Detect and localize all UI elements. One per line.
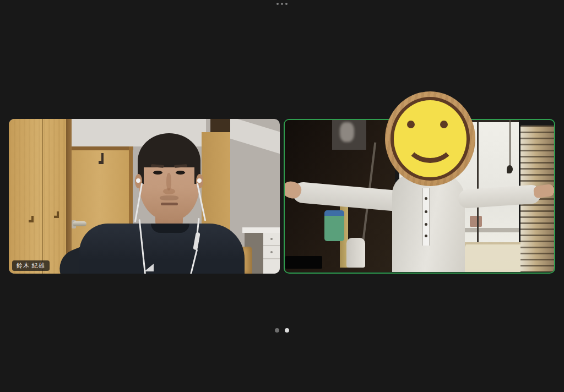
gallery-page-indicator bbox=[0, 328, 564, 333]
eye bbox=[153, 171, 162, 175]
green-tube bbox=[324, 210, 344, 241]
man-head bbox=[138, 133, 200, 220]
man-hair bbox=[138, 133, 200, 167]
shirt-button bbox=[425, 235, 427, 237]
handle-dot-icon bbox=[285, 3, 288, 5]
smiley-mouth-icon bbox=[405, 120, 455, 163]
page-dot-1[interactable] bbox=[275, 328, 279, 333]
handle-dot-icon bbox=[276, 3, 279, 5]
shirt-button bbox=[425, 223, 427, 226]
participant-name: 鈴木 紀雄 bbox=[17, 262, 45, 269]
sweatshirt-collar bbox=[151, 224, 189, 233]
drawer-divider bbox=[263, 245, 280, 246]
upper-lip-shadow bbox=[160, 195, 178, 200]
shirt-button bbox=[425, 197, 427, 200]
eye bbox=[176, 171, 185, 175]
drawer-knob bbox=[270, 251, 273, 253]
white-bottle bbox=[346, 238, 365, 268]
gallery-scroll-handle[interactable] bbox=[0, 3, 564, 5]
participant-name-badge: 鈴木 紀雄 bbox=[12, 260, 50, 271]
mouth bbox=[161, 203, 178, 205]
page-dot-2[interactable] bbox=[285, 328, 289, 333]
shirt-button bbox=[425, 210, 427, 213]
nose-tip bbox=[163, 188, 175, 194]
participant-1-video bbox=[9, 119, 280, 274]
earbud-icon bbox=[197, 178, 202, 183]
earbud-icon bbox=[136, 178, 140, 183]
hanging-string bbox=[509, 120, 511, 167]
brick-glimpse bbox=[470, 216, 482, 227]
hanging-ornament bbox=[507, 165, 513, 173]
handle-dot-icon bbox=[281, 3, 283, 5]
closet-doors bbox=[9, 119, 66, 274]
mirror-highlight bbox=[340, 122, 354, 142]
desk-top bbox=[242, 227, 280, 233]
drawer-knob bbox=[270, 238, 273, 240]
door-handle bbox=[73, 221, 86, 226]
door-frame bbox=[68, 146, 133, 150]
drawer-divider bbox=[263, 258, 280, 259]
video-call-window: 鈴木 紀雄 bbox=[0, 0, 564, 392]
video-tile-participant-1[interactable]: 鈴木 紀雄 bbox=[9, 119, 280, 274]
redacted-name-badge bbox=[285, 256, 322, 269]
closet-door-seam bbox=[42, 119, 43, 274]
smiley-face-sticker bbox=[385, 91, 475, 186]
